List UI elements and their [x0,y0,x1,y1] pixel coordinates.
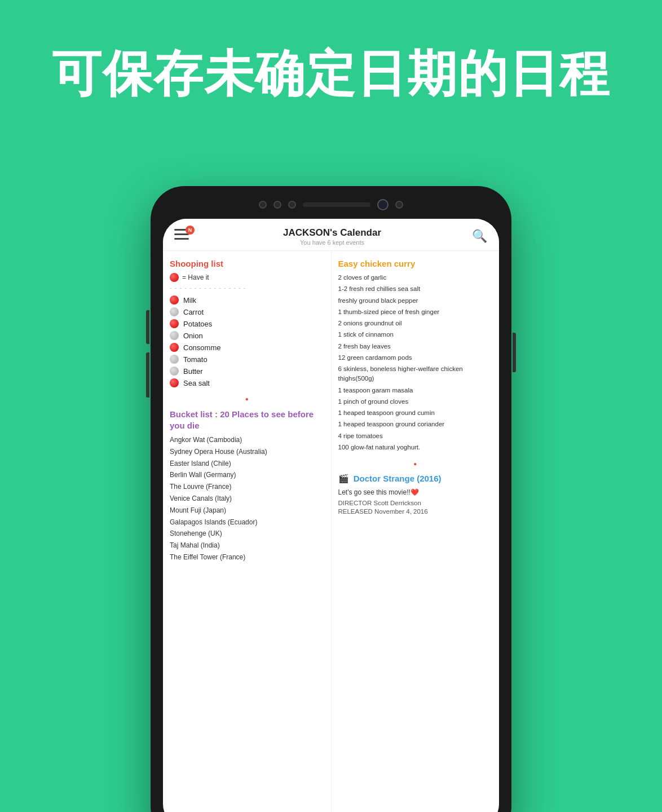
list-item: Milk [170,295,324,304]
have-dot [170,343,179,352]
left-column: Shooping list = Have it - - - - - - - - … [163,251,332,812]
item-name: Consomme [183,343,220,352]
list-item: Butter [170,367,324,376]
list-item: 1 teaspoon garam masala [338,386,493,395]
right-column: Easy chicken curry 2 cloves of garlic 1-… [332,251,500,812]
menu-button[interactable]: N [174,227,193,246]
notification-badge: N [186,226,195,235]
phone-shell: N JACKSON's Calendar You have 6 kept eve… [151,186,511,812]
list-item: 1 heaped teaspoon ground coriander [338,420,493,429]
no-have-dot [170,367,179,376]
volume-down-button [146,352,149,398]
list-item: Stonehenge (UK) [170,529,324,539]
shopping-legend: = Have it [170,273,324,282]
no-have-dot [170,355,179,364]
hero-title: 可保存未确定日期的日程 [34,45,628,102]
search-button[interactable]: 🔍 [471,228,488,245]
phone-device: N JACKSON's Calendar You have 6 kept eve… [151,186,511,812]
clapper-icon: 🎬 [338,474,349,484]
item-name: Sea salt [183,379,210,387]
list-item: 1-2 fresh red chillies sea salt [338,284,493,294]
list-item: Onion [170,331,324,340]
list-item: 6 skinless, boneless higher-welfare chic… [338,364,493,384]
item-name: Potatoes [183,320,212,328]
list-item: Sea salt [170,378,324,387]
camera-dot-2 [273,201,281,209]
volume-up-button [146,310,149,344]
separator: ● [170,393,324,403]
list-item: The Eiffel Tower (France) [170,553,324,562]
no-have-dot [170,307,179,316]
list-item: 12 green cardamom pods [338,353,493,363]
search-icon: 🔍 [472,229,487,244]
screen-content: Shooping list = Have it - - - - - - - - … [163,251,499,812]
bucket-list-title: Bucket list : 20 Places to see before yo… [170,409,324,431]
list-item: Angkor Wat (Cambodia) [170,435,324,445]
list-item: 4 ripe tomatoes [338,431,493,441]
list-item: Berlin Wall (Germany) [170,470,324,480]
list-item: Potatoes [170,319,324,328]
movie-title-text: Doctor Strange (2016) [354,474,442,483]
separator: ● [338,458,493,468]
camera-bar [235,196,427,213]
item-name: Tomato [183,355,208,364]
list-item: 1 pinch of ground cloves [338,397,493,407]
list-item: 1 heaped teaspoon ground cumin [338,408,493,418]
list-item: 1 thumb-sized piece of fresh ginger [338,307,493,317]
shopping-list-title: Shooping list [170,259,324,268]
no-have-dot [170,331,179,340]
list-item: Easter Island (Chile) [170,459,324,469]
movie-released: RELEASED November 4, 2016 [338,508,493,515]
app-title: JACKSON's Calendar [283,227,381,239]
recipe-title: Easy chicken curry [338,259,493,268]
item-name: Milk [183,296,196,304]
app-header: N JACKSON's Calendar You have 6 kept eve… [163,219,499,251]
list-item: The Louvre (France) [170,482,324,492]
list-item: 2 cloves of garlic [338,273,493,283]
list-item: Sydney Opera House (Australia) [170,447,324,457]
movie-note: Let's go see this movie!!❤️ [338,488,493,496]
list-item: Taj Mahal (India) [170,541,324,550]
list-item: Carrot [170,307,324,316]
front-camera [377,199,389,210]
list-item: Mount Fuji (Japan) [170,506,324,515]
camera-dot-4 [395,201,403,209]
app-subtitle: You have 6 kept events [283,239,381,246]
power-button [513,333,516,372]
item-name: Onion [183,332,203,340]
list-item: 2 onions groundnut oil [338,319,493,328]
item-name: Butter [183,367,203,376]
list-item: Tomato [170,355,324,364]
list-item: Venice Canals (Italy) [170,494,324,504]
speaker-grille [303,202,370,207]
camera-dot-3 [288,201,296,209]
divider: - - - - - - - - - - - - - - - - [170,284,324,291]
list-item: Galapagos Islands (Ecuador) [170,518,324,527]
legend-text: = Have it [182,273,209,281]
camera-dot-1 [259,201,267,209]
item-name: Carrot [183,308,204,316]
header-center: JACKSON's Calendar You have 6 kept event… [283,227,381,246]
have-dot [170,378,179,387]
list-item: 100 glow-fat natural yoghurt. [338,443,493,452]
list-item: 2 fresh bay leaves [338,342,493,351]
list-item: Consomme [170,343,324,352]
have-it-dot [170,273,179,282]
movie-director: DIRECTOR Scott Derrickson [338,500,493,506]
movie-title: 🎬 Doctor Strange (2016) [338,474,493,484]
phone-screen: N JACKSON's Calendar You have 6 kept eve… [163,219,499,812]
list-item: freshly ground black pepper [338,296,493,306]
list-item: 1 stick of cinnamon [338,330,493,339]
have-dot [170,319,179,328]
have-dot [170,295,179,304]
